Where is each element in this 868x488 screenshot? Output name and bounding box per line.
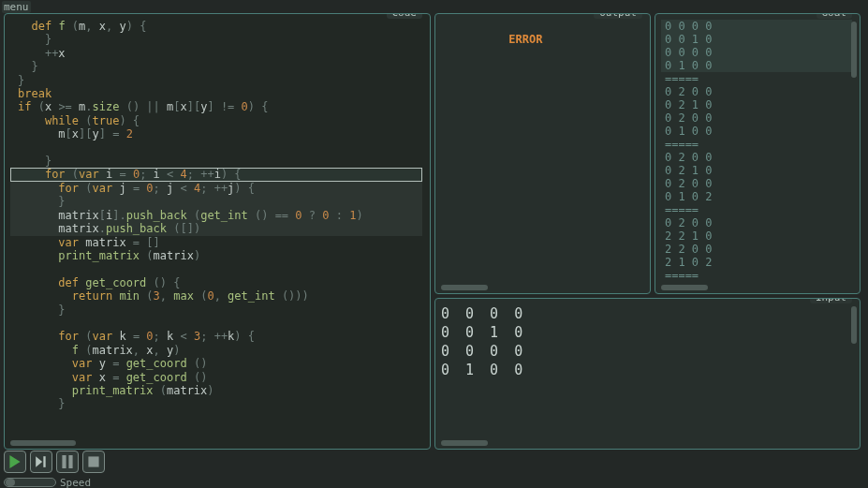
goal-line: 0 2 1 0 bbox=[661, 98, 852, 111]
code-line[interactable]: return min (3, max (0, get_int ())) bbox=[10, 289, 422, 303]
speed-slider[interactable] bbox=[4, 478, 56, 487]
svg-rect-2 bbox=[68, 455, 72, 468]
input-vscroll[interactable] bbox=[851, 306, 857, 344]
goal-line: 0 0 1 0 bbox=[661, 33, 852, 46]
goal-line: 0 2 0 0 bbox=[661, 216, 852, 229]
code-line[interactable]: } bbox=[10, 155, 422, 168]
code-line[interactable]: break bbox=[10, 87, 422, 100]
input-panel: Input 0 0 0 0 0 0 1 0 0 0 0 0 0 1 0 0 bbox=[434, 298, 861, 450]
code-line[interactable]: } bbox=[10, 60, 422, 73]
code-hscroll[interactable] bbox=[10, 440, 76, 446]
code-panel: Code def f (m, x, y) { } ++x }}breakif (… bbox=[4, 13, 431, 450]
goal-line: ===== bbox=[661, 203, 852, 216]
svg-rect-3 bbox=[88, 456, 98, 466]
code-line[interactable]: for (var k = 0; k < 3; ++k) { bbox=[10, 330, 422, 343]
code-line[interactable]: matrix[i].push_back (get_int () == 0 ? 0… bbox=[10, 209, 422, 222]
goal-hscroll[interactable] bbox=[661, 285, 708, 290]
code-editor[interactable]: def f (m, x, y) { } ++x }}breakif (x >= … bbox=[10, 20, 422, 436]
goal-line: ===== bbox=[661, 138, 852, 151]
svg-rect-1 bbox=[62, 455, 66, 468]
output-hscroll[interactable] bbox=[441, 285, 488, 290]
code-line[interactable]: for (var j = 0; j < 4; ++j) { bbox=[10, 182, 422, 195]
step-button[interactable] bbox=[30, 451, 52, 473]
code-line[interactable]: for (var i = 0; i < 4; ++i) { bbox=[10, 168, 422, 181]
code-line[interactable]: } bbox=[10, 303, 422, 317]
input-body: 0 0 0 0 0 0 1 0 0 0 0 0 0 1 0 0 bbox=[441, 304, 852, 436]
goal-line: 2 2 0 0 bbox=[661, 243, 852, 256]
goal-line: 2 1 0 2 bbox=[661, 256, 852, 269]
goal-line: 0 0 0 0 bbox=[661, 46, 852, 59]
goal-line: ===== bbox=[661, 269, 852, 280]
speed-label: Speed bbox=[60, 477, 91, 489]
stop-button[interactable] bbox=[82, 451, 105, 473]
goal-line: ===== bbox=[661, 72, 852, 85]
code-line[interactable]: var matrix = [] bbox=[10, 236, 422, 249]
goal-line: 0 2 0 0 bbox=[661, 177, 852, 190]
goal-line: 0 1 0 0 bbox=[661, 59, 852, 72]
code-line[interactable] bbox=[10, 317, 422, 330]
goal-line: 0 2 0 0 bbox=[661, 151, 852, 164]
goal-line: 0 1 0 0 bbox=[661, 125, 852, 138]
code-line[interactable]: while (true) { bbox=[10, 114, 422, 127]
code-line[interactable]: print_matrix (matrix) bbox=[10, 249, 422, 262]
pause-button[interactable] bbox=[56, 451, 79, 473]
code-line[interactable] bbox=[10, 262, 422, 275]
goal-vscroll[interactable] bbox=[851, 22, 857, 78]
goal-line: 0 2 1 0 bbox=[661, 164, 852, 177]
code-line[interactable]: f (matrix, x, y) bbox=[10, 344, 422, 357]
code-line[interactable] bbox=[10, 141, 422, 155]
goal-body: 0 0 0 00 0 1 00 0 0 00 1 0 0=====0 2 0 0… bbox=[661, 20, 852, 280]
code-line[interactable]: } bbox=[10, 195, 422, 208]
menu-button[interactable]: menu bbox=[2, 1, 31, 13]
code-line[interactable]: var x = get_coord () bbox=[10, 371, 422, 384]
goal-line: 0 2 0 0 bbox=[661, 85, 852, 98]
code-panel-title: Code bbox=[387, 13, 423, 19]
input-panel-title: Input bbox=[810, 298, 852, 303]
code-line[interactable]: print_matrix (matrix) bbox=[10, 384, 422, 397]
code-line[interactable]: } bbox=[10, 74, 422, 87]
workspace: Code def f (m, x, y) { } ++x }}breakif (… bbox=[0, 13, 868, 450]
output-panel-title: Output bbox=[594, 13, 642, 19]
code-line[interactable]: matrix.push_back ([]) bbox=[10, 222, 422, 235]
goal-line: 0 1 0 2 bbox=[661, 190, 852, 203]
svg-rect-0 bbox=[43, 456, 45, 467]
menu-bar: menu bbox=[0, 0, 868, 13]
output-body: ERROR bbox=[441, 20, 642, 280]
code-line[interactable]: def f (m, x, y) { bbox=[10, 20, 422, 33]
code-line[interactable]: if (x >= m.size () || m[x][y] != 0) { bbox=[10, 100, 422, 113]
input-hscroll[interactable] bbox=[441, 440, 488, 446]
goal-line: 0 0 0 0 bbox=[661, 20, 852, 33]
code-line[interactable]: var y = get_coord () bbox=[10, 357, 422, 370]
code-line[interactable]: ++x bbox=[10, 47, 422, 60]
goal-line: 2 2 1 0 bbox=[661, 229, 852, 243]
goal-panel-title: Goal bbox=[817, 13, 853, 19]
run-button[interactable] bbox=[4, 451, 26, 473]
code-line[interactable]: } bbox=[10, 33, 422, 46]
output-panel: Output ERROR bbox=[434, 13, 651, 294]
controls-bar: Speed bbox=[0, 450, 868, 485]
output-error-text: ERROR bbox=[508, 33, 542, 46]
goal-line: 0 2 0 0 bbox=[661, 111, 852, 125]
code-line[interactable]: } bbox=[10, 397, 422, 410]
goal-panel: Goal 0 0 0 00 0 1 00 0 0 00 1 0 0=====0 … bbox=[655, 13, 861, 294]
code-line[interactable]: m[x][y] = 2 bbox=[10, 127, 422, 140]
code-line[interactable]: def get_coord () { bbox=[10, 276, 422, 289]
